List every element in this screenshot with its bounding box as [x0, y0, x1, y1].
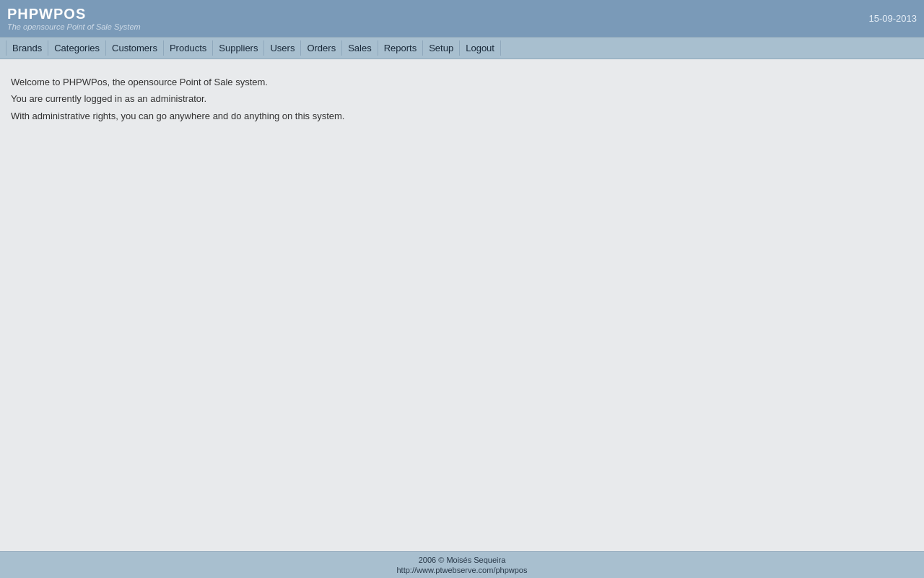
- nav-item-setup[interactable]: Setup: [423, 40, 460, 56]
- header: PHPWPOS The opensource Point of Sale Sys…: [0, 0, 924, 37]
- nav-item-products[interactable]: Products: [164, 40, 213, 56]
- welcome-text: Welcome to PHPWPos, the opensource Point…: [11, 74, 913, 124]
- app-title: PHPWPOS The opensource Point of Sale Sys…: [7, 6, 141, 31]
- footer-copyright: 2006 © Moisés Sequeira: [4, 556, 920, 564]
- navbar: BrandsCategoriesCustomersProductsSupplie…: [0, 37, 924, 59]
- nav-item-reports[interactable]: Reports: [378, 40, 424, 56]
- nav-item-brands[interactable]: Brands: [6, 40, 48, 56]
- nav-item-users[interactable]: Users: [264, 40, 301, 56]
- nav-item-orders[interactable]: Orders: [301, 40, 342, 56]
- welcome-line3: With administrative rights, you can go a…: [11, 108, 913, 124]
- footer: 2006 © Moisés Sequeira http://www.ptwebs…: [0, 551, 924, 578]
- nav-item-customers[interactable]: Customers: [106, 40, 164, 56]
- nav-item-categories[interactable]: Categories: [48, 40, 106, 56]
- main-content: Welcome to PHPWPos, the opensource Point…: [0, 59, 924, 551]
- app-name: PHPWPOS: [7, 6, 141, 22]
- welcome-line2: You are currently logged in as an admini…: [11, 90, 913, 107]
- app-subtitle: The opensource Point of Sale System: [7, 22, 141, 31]
- nav-item-logout[interactable]: Logout: [460, 40, 501, 56]
- footer-url: http://www.ptwebserve.com/phpwpos: [4, 566, 920, 574]
- nav-item-sales[interactable]: Sales: [342, 40, 378, 56]
- nav-item-suppliers[interactable]: Suppliers: [213, 40, 264, 56]
- welcome-line1: Welcome to PHPWPos, the opensource Point…: [11, 74, 913, 90]
- current-date: 15-09-2013: [869, 13, 918, 24]
